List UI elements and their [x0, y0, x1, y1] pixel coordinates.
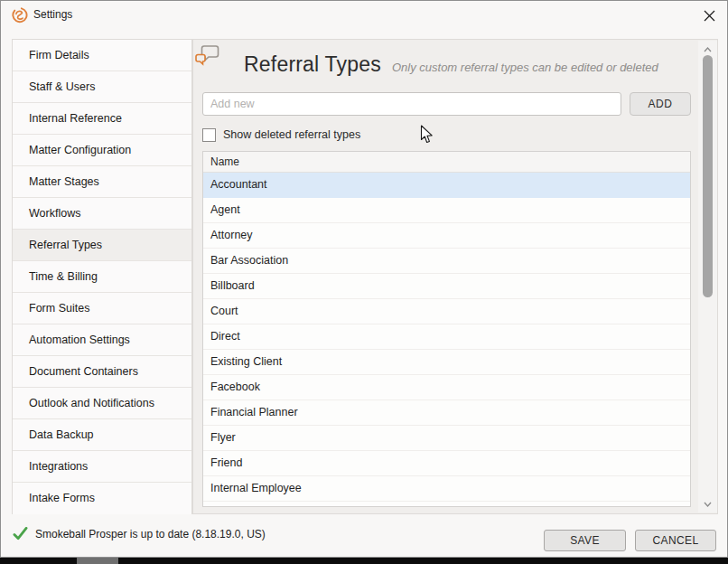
referral-table-body: AccountantAgentAttorneyBar AssociationBi… [203, 173, 690, 502]
screen: Settings Firm DetailsStaff & UsersIntern… [0, 0, 728, 564]
add-new-input[interactable] [202, 92, 621, 116]
sidebar-item-automation-settings[interactable]: Automation Settings [13, 324, 191, 356]
show-deleted-checkbox[interactable] [202, 128, 216, 142]
table-row[interactable]: Internal Employee [203, 476, 690, 502]
sidebar-item-staff-users[interactable]: Staff & Users [13, 71, 191, 103]
footer-bar: Smokeball Prosper is up to date (8.18.19… [1, 514, 727, 559]
table-row[interactable]: Flyer [203, 426, 690, 451]
close-button[interactable] [700, 6, 718, 24]
update-status: Smokeball Prosper is up to date (8.18.19… [13, 527, 266, 540]
table-row[interactable]: Accountant [203, 173, 690, 198]
sidebar-item-time-billing[interactable]: Time & Billing [13, 261, 191, 293]
smokeball-logo-icon [11, 6, 28, 24]
cancel-button[interactable]: CANCEL [635, 530, 716, 551]
scroll-down-arrow-icon[interactable] [698, 497, 717, 511]
scroll-up-arrow-icon[interactable] [698, 42, 717, 56]
sidebar-item-firm-details[interactable]: Firm Details [13, 40, 191, 71]
table-row[interactable]: Billboard [203, 274, 690, 299]
sidebar-item-data-backup[interactable]: Data Backup [13, 419, 191, 451]
sidebar: Firm DetailsStaff & UsersInternal Refere… [12, 39, 192, 514]
sidebar-item-matter-stages[interactable]: Matter Stages [13, 166, 191, 198]
table-row[interactable]: Friend [203, 451, 690, 476]
table-row[interactable]: Bar Association [203, 249, 690, 274]
table-row[interactable]: Court [203, 299, 690, 324]
sidebar-item-referral-types[interactable]: Referral Types [13, 230, 191, 261]
table-header-name[interactable]: Name [203, 152, 690, 173]
window-title: Settings [33, 8, 72, 21]
sidebar-item-form-suites[interactable]: Form Suites [13, 293, 191, 324]
title-bar: Settings [1, 1, 727, 28]
save-button[interactable]: SAVE [544, 530, 626, 551]
sidebar-item-outlook-and-notifications[interactable]: Outlook and Notifications [13, 388, 191, 419]
table-row[interactable]: Facebook [203, 375, 690, 400]
taskbar-segment [77, 558, 118, 564]
show-deleted-row: Show deleted referral types [202, 127, 360, 143]
table-row[interactable]: Attorney [203, 223, 690, 249]
sidebar-item-intake-forms[interactable]: Intake Forms [13, 483, 191, 514]
sidebar-item-internal-reference[interactable]: Internal Reference [13, 103, 191, 135]
page-subtitle: Only custom referral types can be edited… [392, 61, 658, 74]
scrollbar-thumb[interactable] [703, 55, 713, 297]
page-title: Referral Types [244, 52, 381, 77]
scrollbar[interactable] [698, 41, 717, 512]
sidebar-item-integrations[interactable]: Integrations [13, 451, 191, 483]
check-icon [13, 527, 28, 540]
referral-types-panel: Referral Types Only custom referral type… [192, 39, 718, 514]
table-row[interactable]: Direct [203, 324, 690, 350]
status-text: Smokeball Prosper is up to date (8.18.19… [35, 528, 266, 540]
table-row[interactable]: Existing Client [203, 350, 690, 375]
show-deleted-label: Show deleted referral types [223, 128, 360, 141]
close-icon [704, 10, 715, 22]
add-button[interactable]: ADD [630, 92, 691, 116]
table-row[interactable]: Financial Planner [203, 400, 690, 426]
panel-header: Referral Types Only custom referral type… [202, 52, 690, 87]
table-row[interactable]: Agent [203, 198, 690, 223]
sidebar-item-document-containers[interactable]: Document Containers [13, 356, 191, 388]
taskbar-strip [0, 558, 728, 564]
sidebar-item-workflows[interactable]: Workflows [13, 198, 191, 230]
referral-table: Name AccountantAgentAttorneyBar Associat… [202, 151, 691, 507]
sidebar-item-matter-configuration[interactable]: Matter Configuration [13, 135, 191, 166]
settings-window: Settings Firm DetailsStaff & UsersIntern… [0, 0, 728, 558]
